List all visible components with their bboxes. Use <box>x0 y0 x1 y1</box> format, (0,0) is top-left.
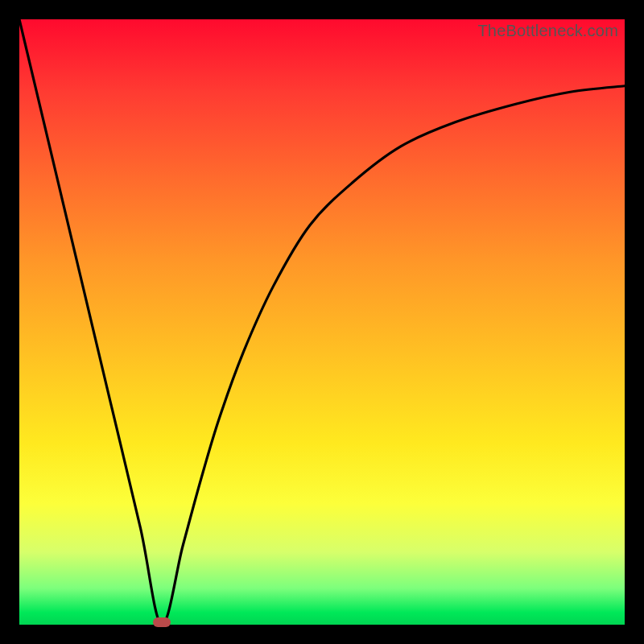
chart-area: TheBottleneck.com <box>19 19 625 625</box>
min-marker <box>153 617 171 627</box>
bottleneck-curve <box>19 19 625 625</box>
